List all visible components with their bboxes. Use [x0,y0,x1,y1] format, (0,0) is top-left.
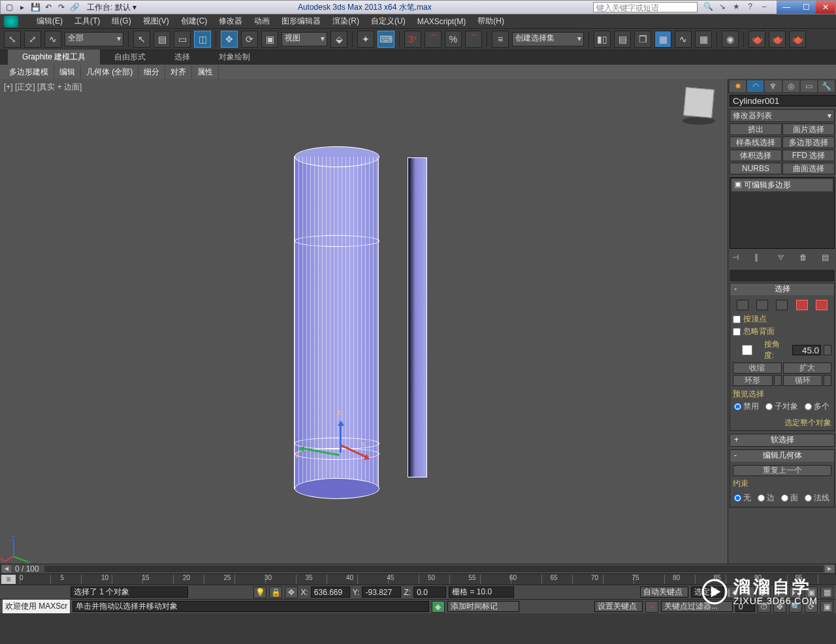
menu-maxscript[interactable]: MAXScript(M) [412,16,472,27]
repeat-last-button[interactable]: 重复上一个 [733,465,831,476]
unlink-tool-icon[interactable]: ⤢ [24,31,41,48]
isolate-icon[interactable]: ▣ [805,587,818,598]
qbtn-extrude[interactable]: 挤出 [730,123,782,135]
ring-button[interactable]: 环形 [733,375,773,386]
qbtn-patch-sel[interactable]: 面片选择 [782,123,835,135]
chk-ignore-back[interactable] [733,328,741,336]
radio-multi[interactable] [805,403,812,410]
curve-editor-icon[interactable]: ∿ [675,31,692,48]
maximize-button[interactable]: ☐ [796,1,816,14]
dash-icon[interactable]: – [758,2,770,12]
sub-border-icon[interactable] [776,300,788,310]
tab-modify-icon[interactable]: ◠ [747,80,764,92]
play-end-icon[interactable]: ⏵| [789,587,802,598]
menu-help[interactable]: 帮助(H) [472,14,509,28]
qbtn-ffd-sel[interactable]: FFD 选择 [782,150,835,161]
play-back-icon[interactable]: ⏴ [742,587,755,598]
stack-item-editable-poly[interactable]: ▣ 可编辑多边形 [732,179,833,191]
workspace-dropdown[interactable]: 工作台: 默认 ▾ [87,2,137,13]
ref-coord-dropdown[interactable]: 视图 [281,32,327,46]
set-key-button[interactable]: 设置关键点 [594,601,643,612]
material-editor-icon[interactable]: ◉ [722,31,739,48]
menu-customize[interactable]: 自定义(U) [366,14,411,28]
selection-filter-dropdown[interactable]: 全部 [65,32,123,46]
undo-icon[interactable]: ↶ [42,2,54,12]
x-coord-input[interactable]: 636.669 [311,587,350,598]
align-icon[interactable]: ▤ [614,31,631,48]
abs-rel-icon[interactable]: ✥ [285,587,298,598]
menu-tools[interactable]: 工具(T) [69,14,105,28]
link-tool-icon[interactable]: ⤡ [4,31,21,48]
viewport-label[interactable]: [+] [正交] [真实 + 边面] [4,82,82,93]
grow-button[interactable]: 扩大 [783,362,832,374]
new-icon[interactable]: ▢ [3,2,15,12]
nav-zoom-icon[interactable]: 🔍 [789,601,802,613]
selection-lock[interactable]: 选定对 [691,587,724,598]
select-region-icon[interactable]: ▭ [174,31,191,48]
menu-group[interactable]: 组(G) [106,14,136,28]
tab-motion-icon[interactable]: ◎ [783,80,799,92]
ribbon-tab-graphite[interactable]: Graphite 建模工具 [8,50,100,65]
help-search-input[interactable]: 键入关键字或短语 [593,2,698,12]
key-mode-icon[interactable]: ~ [645,601,658,613]
auto-key-button[interactable]: 自动关键点 [640,587,688,598]
transform-gizmo[interactable]: z y x [320,413,359,459]
radio-none[interactable] [734,494,741,502]
viewport-hscroll[interactable]: ◂ 0 / 100 ▸ [0,564,836,574]
z-coord-input[interactable]: 0.0 [413,587,446,598]
timeline-config-icon[interactable]: ≡ [1,575,16,584]
object-name-input[interactable] [730,95,836,106]
percent-snap-icon[interactable]: % [445,31,462,48]
bind-tool-icon[interactable]: ∿ [44,31,61,48]
star-icon[interactable]: ★ [730,2,742,12]
menu-animation[interactable]: 动画 [249,14,275,28]
spinner-snap-icon[interactable]: ⌒ [465,31,482,48]
nav-max-icon[interactable]: ▣ [820,601,833,613]
qbtn-nurbs[interactable]: NURBS [730,163,782,174]
menu-create[interactable]: 创建(C) [176,14,213,28]
viewport[interactable]: [+] [正交] [真实 + 边面] z y x [0,79,728,564]
help-icon[interactable]: ? [745,2,756,12]
ribbon-edit[interactable]: 编辑 [54,65,81,79]
ribbon-toggle-icon[interactable]: ▦ [654,31,671,48]
nav-pan-icon[interactable]: ✥ [773,601,786,613]
tab-create-icon[interactable]: ✸ [730,80,746,92]
unique-icon[interactable]: ⩔ [777,253,788,263]
qbtn-surf-sel[interactable]: 曲面选择 [782,163,835,174]
configure-icon[interactable]: ▤ [822,253,832,263]
redo-icon[interactable]: ↷ [56,2,67,12]
remove-mod-icon[interactable]: 🗑 [799,253,810,263]
link-icon[interactable]: 🔗 [69,2,80,12]
xview-icon[interactable]: ▦ [820,587,833,598]
app-logo-icon[interactable] [4,16,18,27]
menu-graph-editors[interactable]: 图形编辑器 [276,14,326,28]
qbtn-vol-sel[interactable]: 体积选择 [730,150,782,161]
scene-object-cylinder[interactable]: z y x [281,144,411,510]
ribbon-tab-freeform[interactable]: 自由形式 [100,50,160,65]
ribbon-align[interactable]: 对齐 [165,65,192,79]
named-selection-dropdown[interactable]: 创建选择集 [512,32,584,46]
manipulate-icon[interactable]: ✦ [357,31,374,48]
rotate-tool-icon[interactable]: ⟳ [241,31,258,48]
tab-display-icon[interactable]: ▭ [801,80,817,92]
arrow-icon[interactable]: ↘ [716,2,728,12]
play-icon[interactable]: ▶ [758,587,771,598]
ribbon-subdiv[interactable]: 细分 [138,65,165,79]
time-config-icon[interactable]: ⏱ [758,601,771,613]
open-icon[interactable]: ▸ [16,2,28,12]
pivot-icon[interactable]: ⬙ [330,31,347,48]
add-time-tag[interactable]: 添加时间标记 [447,601,519,612]
chk-by-vertex[interactable] [733,315,741,323]
save-icon[interactable]: 💾 [29,2,41,12]
ribbon-geometry[interactable]: 几何体 (全部) [81,65,138,79]
render-frame-icon[interactable]: 🫖 [769,31,786,48]
scroll-track[interactable] [44,566,824,572]
rollout-selection-header[interactable]: -选择 [730,283,834,295]
move-tool-icon[interactable]: ✥ [221,31,238,48]
named-sels-icon[interactable]: ≡ [492,31,509,48]
lock-sel-icon[interactable]: 💡 [253,587,266,598]
modifier-stack[interactable]: ▣ 可编辑多边形 [730,177,835,249]
render-setup-icon[interactable]: 🫖 [748,31,765,48]
keyboard-shortcut-icon[interactable]: ⌨ [378,31,394,48]
tab-hierarchy-icon[interactable]: ♆ [765,80,781,92]
